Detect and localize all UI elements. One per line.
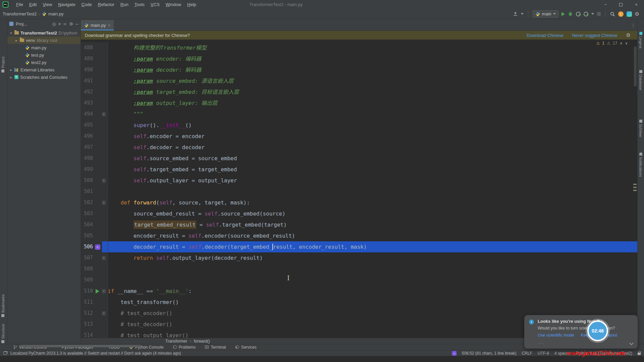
lingma-status-icon[interactable]: ⌁ — [452, 351, 457, 356]
code-line[interactable]: 494∧""" — [81, 109, 637, 120]
locate-file-icon[interactable]: ◎ — [52, 21, 56, 26]
menu-item-code[interactable]: Code — [78, 2, 95, 7]
profiler-button[interactable] — [576, 12, 581, 16]
code-line[interactable]: 507∧return self.output_layer(decoder_res… — [81, 252, 637, 263]
tool-window-button-terminal[interactable]: >Terminal — [205, 345, 226, 350]
editor-scrollbar[interactable] — [634, 46, 637, 86]
tab-options-icon[interactable]: ⋮ — [631, 23, 635, 28]
menu-item-view[interactable]: View — [40, 2, 55, 7]
line-number[interactable]: 499 — [81, 164, 93, 175]
tool-button-lingma[interactable]: Lingma — [639, 32, 643, 48]
fold-up-icon[interactable]: ∧ — [102, 112, 106, 116]
code-line[interactable]: 499self.target_embed = target_embed — [81, 164, 637, 175]
tool-button-project[interactable]: Project — [1, 57, 5, 72]
collapse-all-icon[interactable]: ≍ — [63, 21, 67, 26]
line-number[interactable]: 489 — [81, 53, 93, 64]
tool-button-bookmarks[interactable]: Bookmarks — [1, 294, 5, 317]
collapse-notification-icon[interactable] — [629, 341, 634, 345]
horizontal-scrollbar[interactable] — [20, 345, 141, 347]
code-line[interactable]: 504target_embed_result = self.target_emb… — [81, 219, 637, 230]
tool-window-button-services[interactable]: ▸Services — [235, 345, 257, 350]
hide-panel-icon[interactable]: ─ — [75, 21, 78, 26]
code-line[interactable]: 489:param encoder: 编码器 — [81, 53, 637, 64]
menu-item-navigate[interactable]: Navigate — [55, 2, 78, 7]
line-number[interactable]: 500 — [81, 175, 93, 186]
code-line[interactable]: 488构建完整的Transformer模型 — [81, 42, 637, 53]
tree-item-test-py[interactable]: test.py — [7, 51, 80, 59]
run-line-gutter[interactable] — [93, 286, 102, 297]
fold-marker[interactable]: ∨ — [102, 308, 108, 319]
fold-marker[interactable]: ∧ — [102, 252, 108, 263]
fold-up-icon[interactable]: ∧ — [102, 256, 106, 260]
code-line[interactable]: 490:param decoder: 解码器 — [81, 64, 637, 75]
stop-button[interactable] — [597, 12, 601, 16]
more-run-options-icon[interactable] — [591, 13, 594, 15]
line-number[interactable]: 510 — [81, 286, 93, 297]
code-line[interactable]: 509 — [81, 275, 637, 286]
line-number[interactable]: 501 — [81, 186, 93, 197]
tool-button-sciview[interactable]: SciView — [639, 120, 643, 137]
close-button[interactable]: × — [629, 0, 644, 9]
update-icon[interactable]: ↑ — [618, 11, 624, 17]
line-number[interactable]: 490 — [81, 64, 93, 75]
project-panel-title[interactable]: Proj... — [16, 21, 27, 26]
next-problem-icon[interactable]: ∨ — [625, 41, 628, 46]
user-icon[interactable] — [513, 11, 518, 16]
debug-button[interactable] — [568, 11, 573, 16]
fold-down-icon[interactable]: ∨ — [102, 201, 106, 205]
line-number[interactable]: 513 — [81, 319, 93, 330]
menu-item-run[interactable]: Run — [117, 2, 131, 7]
line-number[interactable]: 497 — [81, 142, 93, 153]
fold-marker[interactable]: ∨ — [102, 286, 108, 297]
line-number[interactable]: 507 — [81, 252, 93, 263]
notification-more[interactable]: ... — [538, 340, 544, 345]
line-number[interactable]: 514 — [81, 330, 93, 338]
menu-item-tools[interactable]: Tools — [131, 2, 148, 7]
menu-item-edit[interactable]: Edit — [26, 2, 40, 7]
code-line[interactable]: 510∨if __name__ == '__main__': — [81, 286, 637, 297]
code-line[interactable]: 498self.source_embed = source_embed — [81, 153, 637, 164]
code-line[interactable]: 506⌁decoder_result = self.decoder(target… — [81, 241, 637, 252]
line-number[interactable]: 488 — [81, 42, 93, 53]
banner-action-never[interactable]: Never suggest Chinese — [572, 33, 617, 38]
menu-item-vcs[interactable]: VCS — [148, 2, 163, 7]
menu-item-file[interactable]: File — [13, 2, 26, 7]
line-number[interactable]: 503 — [81, 208, 93, 219]
run-with-coverage-button[interactable] — [584, 12, 588, 16]
tool-button-structure[interactable]: Structure — [1, 324, 5, 343]
breadcrumb-item[interactable]: forward() — [194, 339, 210, 344]
menu-item-help[interactable]: Help — [184, 2, 199, 7]
code-line[interactable]: 500∧self.output_layer = output_layer — [81, 175, 637, 186]
code-line[interactable]: 497self.decoder = decoder — [81, 142, 637, 153]
code-line[interactable]: 502∨def forward(self, source, target, ma… — [81, 197, 637, 208]
line-number[interactable]: 504 — [81, 219, 93, 230]
readonly-lock-icon[interactable] — [638, 353, 641, 355]
tool-window-button-problems[interactable]: !Problems — [173, 345, 196, 350]
lingma-ai-icon[interactable]: ⌁ — [95, 244, 100, 250]
file-encoding[interactable]: UTF-8 — [538, 351, 549, 356]
fold-down-icon[interactable]: ∨ — [102, 311, 106, 315]
maximize-button[interactable] — [613, 0, 629, 9]
tree-item-transformertest2[interactable]: ▾TransformerTest2D:\python — [7, 29, 80, 37]
code-line[interactable]: 496self.encoder = encoder — [81, 131, 637, 142]
line-separator[interactable]: CRLF — [522, 351, 532, 356]
code-line[interactable]: 503source_embed_result = self.source_emb… — [81, 208, 637, 219]
prev-problem-icon[interactable]: ∧ — [620, 41, 623, 46]
code-line[interactable]: 492:param target_embed: 目标语言嵌入层 — [81, 86, 637, 98]
status-message[interactable]: Localized PyCharm 2023.1.3 is available … — [10, 351, 181, 356]
ai-gutter[interactable]: ⌁ — [93, 241, 102, 252]
run-arrow-icon[interactable] — [96, 289, 99, 294]
fold-marker[interactable]: ∧ — [102, 175, 108, 186]
inspections-widget[interactable]: ⚠1 ⚠17 ∧ ∨ — [596, 41, 628, 46]
panel-settings-icon[interactable]: ⚙ — [69, 21, 73, 26]
settings-gear-icon[interactable]: ⚙ — [635, 11, 639, 17]
menu-item-refactor[interactable]: Refactor — [95, 2, 117, 7]
code-line[interactable]: 493:param output_layer: 输出层 — [81, 98, 637, 109]
code-line[interactable]: 508 — [81, 263, 637, 275]
fold-marker[interactable]: ∨ — [102, 197, 108, 208]
line-number[interactable]: 492 — [81, 86, 93, 98]
code-line[interactable]: 511test_transformer() — [81, 297, 637, 308]
fold-marker[interactable]: ∧ — [102, 109, 108, 120]
fold-down-icon[interactable]: ∨ — [102, 289, 106, 293]
chevron-right-icon[interactable]: ▸ — [9, 68, 13, 72]
